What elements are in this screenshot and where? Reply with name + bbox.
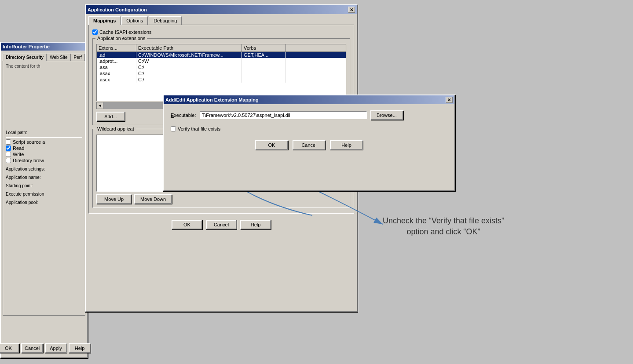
verify-checkbox[interactable]: Verify that file exists (171, 126, 447, 131)
add-edit-ok-button[interactable]: OK (255, 140, 288, 150)
starting-point-label: Starting point: (6, 183, 82, 188)
executable-label: Executable: (171, 113, 196, 118)
inforouter-properties-dialog: InfoRouter Propertie Directory Security … (0, 42, 88, 358)
app-config-title: Application Configuration (88, 7, 147, 12)
add-edit-title: Add/Edit Application Extension Mapping (165, 97, 259, 102)
header-path[interactable]: Executable Path (136, 44, 242, 51)
annotation-line2: option and click “OK” (383, 226, 504, 237)
table-row[interactable]: .ascx C:\ (97, 76, 346, 83)
cell-verbs-4 (242, 76, 286, 83)
add-edit-dialog: Add/Edit Application Extension Mapping ✕… (163, 95, 455, 191)
header-verbs[interactable]: Verbs (242, 44, 286, 51)
cell-ext-1: .adprot... (97, 58, 136, 64)
app-config-help-button[interactable]: Help (240, 220, 271, 229)
list-header: Extens... Executable Path Verbs (97, 44, 346, 52)
cell-path-1: C:\W (136, 58, 242, 64)
tab-directory-security[interactable]: Directory Security (3, 54, 47, 61)
add-edit-cancel-button[interactable]: Cancel (293, 140, 326, 150)
add-button[interactable]: Add... (96, 112, 125, 121)
executable-label-text: xecutable: (174, 113, 196, 118)
inforouter-title: InfoRouter Propertie (3, 44, 50, 49)
app-pool-label: Application pool: (6, 200, 82, 205)
cell-verbs-1 (242, 58, 286, 64)
inforouter-titlebar: InfoRouter Propertie (1, 43, 87, 51)
cell-path-2: C:\ (136, 64, 242, 70)
bg-cancel-button[interactable]: Cancel (21, 343, 43, 353)
tab-web-site[interactable]: Web Site (47, 54, 70, 61)
cell-verbs-3 (242, 70, 286, 76)
directory-browse-checkbox[interactable]: Directory brow (6, 158, 82, 163)
cell-verbs-2 (242, 64, 286, 70)
app-config-close-button[interactable]: ✕ (348, 7, 355, 13)
content-text: The content for th (6, 64, 82, 69)
annotation-line1: Uncheck the “Verify that file exists” (383, 215, 504, 226)
local-path-label: Local path: (6, 130, 82, 135)
table-row[interactable]: .ad C:\WINDOWS\Microsoft.NET\Framew... G… (97, 52, 346, 58)
table-row[interactable]: .asa C:\ (97, 64, 346, 70)
app-settings-label: Application settings: (6, 167, 82, 171)
app-config-cancel-button[interactable]: Cancel (206, 220, 237, 229)
verify-label: Verify that file exists (178, 126, 220, 131)
table-row[interactable]: .asax C:\ (97, 70, 346, 76)
app-name-label: Application name: (6, 175, 82, 180)
tab-mappings[interactable]: Mappings (88, 16, 121, 25)
annotation-text: Uncheck the “Verify that file exists” op… (383, 215, 504, 237)
cell-verbs-0: GET,HEA... (242, 52, 286, 58)
cell-path-3: C:\ (136, 70, 242, 76)
cell-ext-4: .ascx (97, 76, 136, 83)
cache-isapi-checkbox[interactable]: Cache ISAPI extensions (92, 29, 350, 35)
app-config-ok-button[interactable]: OK (172, 220, 202, 229)
tab-perf[interactable]: Perf (71, 54, 85, 61)
header-ext[interactable]: Extens... (97, 44, 136, 51)
cell-path-0: C:\WINDOWS\Microsoft.NET\Framew... (136, 52, 242, 58)
move-down-button[interactable]: Move Down (134, 194, 172, 204)
app-ext-legend: Application extensions (95, 36, 147, 41)
wildcard-legend: Wildcard applicat (95, 126, 136, 131)
bg-help-button[interactable]: Help (69, 343, 91, 353)
add-edit-titlebar: Add/Edit Application Extension Mapping ✕ (164, 95, 454, 104)
cell-ext-2: .asa (97, 64, 136, 70)
write-checkbox[interactable]: Write (6, 152, 82, 157)
move-up-button[interactable]: Move Up (96, 194, 132, 204)
add-edit-close-button[interactable]: ✕ (446, 97, 453, 103)
tab-debugging[interactable]: Debugging (149, 16, 182, 25)
script-source-checkbox[interactable]: Script source a (6, 139, 82, 145)
table-row[interactable]: .adprot... C:\W (97, 58, 346, 64)
read-checkbox[interactable]: Read (6, 146, 82, 151)
cell-ext-3: .asax (97, 70, 136, 76)
cell-ext-0: .ad (97, 52, 136, 58)
cell-path-4: C:\ (136, 76, 242, 83)
execute-perm-label: Execute permission (6, 192, 82, 197)
bg-ok-button[interactable]: OK (0, 343, 19, 353)
executable-input[interactable] (200, 111, 367, 119)
tab-options[interactable]: Options (121, 16, 148, 25)
browse-button[interactable]: Browse... (370, 110, 403, 120)
app-config-titlebar: Application Configuration ✕ (86, 5, 357, 14)
bg-apply-button[interactable]: Apply (45, 343, 67, 353)
add-edit-help-button[interactable]: Help (330, 140, 363, 150)
scroll-left-btn[interactable]: ◄ (96, 102, 103, 109)
